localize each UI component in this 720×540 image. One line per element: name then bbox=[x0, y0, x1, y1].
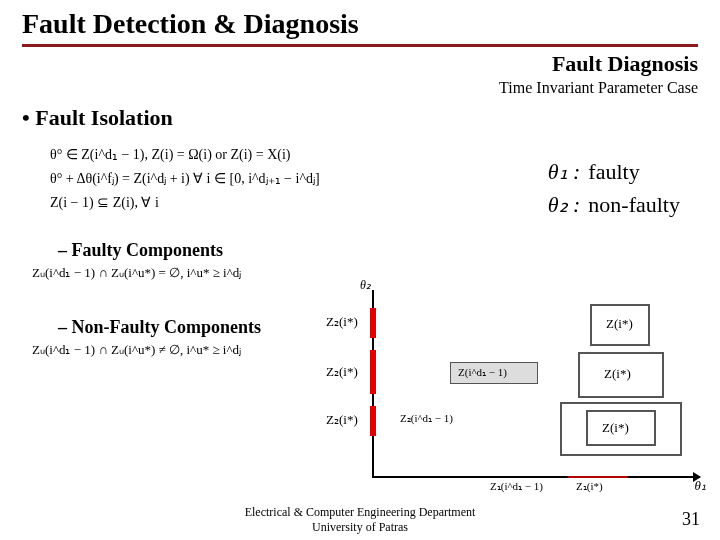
theta2-label: θ₂ : bbox=[548, 188, 581, 221]
tick-red-mid bbox=[370, 350, 376, 394]
bullet-fault-isolation: Fault Isolation bbox=[22, 105, 698, 131]
axis-x bbox=[372, 476, 700, 478]
footer-line-1: Electrical & Computer Engineering Depart… bbox=[0, 505, 720, 519]
lbl-z1d1: Z₁(i^d₁ − 1) bbox=[490, 480, 543, 493]
theta1-status: faulty bbox=[588, 155, 639, 188]
footer-line-2: University of Patras bbox=[0, 520, 720, 534]
theta2-status: non-faulty bbox=[588, 188, 680, 221]
lbl-z-top: Z(i*) bbox=[606, 316, 633, 332]
subcase: Time Invariant Parameter Case bbox=[22, 79, 698, 97]
page-title: Fault Detection & Diagnosis bbox=[22, 8, 698, 40]
set-diagram: θ₂ θ₁ Z₂(i*) Z₂(i*) Z₂(i*) Z(i*) Z(i*) Z… bbox=[300, 290, 700, 500]
theta1-label: θ₁ : bbox=[548, 155, 581, 188]
lbl-z2-top: Z₂(i*) bbox=[326, 314, 358, 330]
lbl-zd1-1: Z(i^d₁ − 1) bbox=[458, 366, 507, 379]
tick-red-top bbox=[370, 308, 376, 338]
bullet-faulty-components: Faulty Components bbox=[58, 240, 698, 261]
lbl-z-mid: Z(i*) bbox=[604, 366, 631, 382]
axis-theta2-label: θ₂ bbox=[360, 278, 371, 293]
lbl-z2-mid: Z₂(i*) bbox=[326, 364, 358, 380]
tick-red-x bbox=[568, 476, 628, 478]
lbl-z2-bot: Z₂(i*) bbox=[326, 412, 358, 428]
lbl-z-bot: Z(i*) bbox=[602, 420, 629, 436]
lbl-z2d1: Z₂(i^d₁ − 1) bbox=[400, 412, 453, 425]
title-rule bbox=[22, 44, 698, 47]
subtitle: Fault Diagnosis bbox=[22, 51, 698, 77]
theta-annotation: θ₁ : faulty θ₂ : non-faulty bbox=[548, 155, 680, 221]
page-number: 31 bbox=[682, 509, 700, 530]
axis-theta1-label: θ₁ bbox=[695, 478, 706, 494]
lbl-z1i: Z₁(i*) bbox=[576, 480, 603, 493]
tick-red-bot bbox=[370, 406, 376, 436]
footer: Electrical & Computer Engineering Depart… bbox=[0, 505, 720, 534]
